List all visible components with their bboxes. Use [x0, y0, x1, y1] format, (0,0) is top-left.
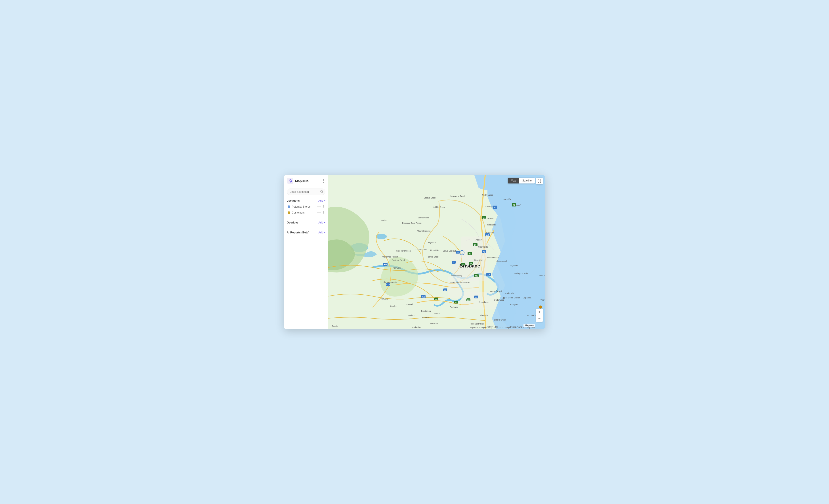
svg-text:Karalee: Karalee [390, 305, 397, 307]
svg-text:Lone Pine Koala Sanctuary: Lone Pine Koala Sanctuary [449, 281, 470, 283]
svg-text:Brisbane Airport: Brisbane Airport [487, 256, 501, 259]
svg-text:Bulwer Island: Bulwer Island [495, 260, 507, 262]
locations-add-button[interactable]: Add + [318, 199, 325, 202]
svg-text:Redbank: Redbank [450, 306, 458, 308]
svg-text:A17: A17 [386, 284, 390, 286]
svg-text:Mount Nebo: Mount Nebo [430, 249, 441, 251]
zoom-out-button[interactable]: − [536, 315, 543, 322]
search-box [287, 188, 325, 195]
svg-text:23: 23 [456, 301, 457, 303]
svg-text:Dundas: Dundas [380, 219, 387, 221]
svg-text:D'aguilar State Forest: D'aguilar State Forest [402, 222, 422, 224]
footer-terms[interactable]: Terms [511, 326, 517, 329]
svg-text:M5: M5 [475, 275, 478, 277]
svg-text:Chuwar: Chuwar [381, 298, 388, 300]
svg-text:M5: M5 [467, 299, 470, 301]
sidebar: Mapulus Locations Add + Potentia [284, 175, 328, 329]
svg-text:Upper Mount Gravatt: Upper Mount Gravatt [502, 297, 520, 299]
footer-map-data: Map Data ©2023 Google [488, 326, 510, 329]
svg-text:Wellington Point: Wellington Point [514, 272, 528, 275]
svg-text:Newstead: Newstead [474, 259, 483, 261]
svg-text:Yamanto: Yamanto [430, 322, 438, 325]
svg-text:Kobble Creek: Kobble Creek [433, 206, 445, 208]
svg-rect-11 [461, 292, 496, 310]
svg-text:Aspley: Aspley [475, 239, 482, 241]
svg-text:Springwood: Springwood [510, 303, 520, 305]
svg-rect-0 [287, 178, 293, 184]
map-type-toggle: Map Satellite [508, 178, 535, 183]
svg-text:Carindale: Carindale [505, 292, 514, 294]
svg-text:Fernvale: Fernvale [393, 267, 401, 269]
svg-text:North Lakes: North Lakes [482, 194, 493, 196]
locations-title: Locations [287, 199, 300, 202]
svg-text:22: 22 [462, 263, 464, 265]
svg-text:Booval: Booval [434, 313, 441, 315]
overlays-add-button[interactable]: Add + [318, 221, 325, 224]
map-type-map-button[interactable]: Map [508, 178, 519, 183]
svg-text:1: 1 [462, 252, 463, 254]
layer-more-icon-potential-stores[interactable] [322, 205, 325, 209]
svg-text:Highvale: Highvale [428, 241, 436, 244]
svg-text:Google: Google [332, 325, 338, 327]
svg-text:M2: M2 [435, 298, 438, 300]
logo-icon [287, 178, 293, 184]
svg-text:Underwood: Underwood [494, 299, 504, 301]
fullscreen-button[interactable] [536, 178, 543, 184]
locations-section: Locations Add + Potential Stores Custome… [284, 197, 328, 216]
footer-keyboard-shortcuts[interactable]: Keyboard shortcuts [470, 326, 487, 329]
svg-text:M1: M1 [483, 217, 486, 219]
svg-text:Chermside: Chermside [478, 246, 488, 248]
layer-label-potential-stores: Potential Stores [292, 205, 315, 208]
svg-text:M5: M5 [475, 296, 477, 298]
layer-dot-gold [288, 211, 290, 214]
svg-text:Indooroopilly: Indooroopilly [451, 275, 462, 277]
svg-text:27: 27 [513, 204, 515, 206]
svg-text:Redcliffe: Redcliffe [504, 198, 511, 201]
overlays-section: Overlays Add + [284, 219, 328, 226]
svg-text:Peel Island: Peel Island [539, 275, 545, 277]
pegman-head [539, 305, 542, 309]
layer-item-potential-stores[interactable]: Potential Stores [287, 204, 325, 210]
map-area[interactable]: Brisbane Armstrong Creek Laceys Creek No… [328, 175, 545, 329]
svg-text:Kallangur: Kallangur [485, 206, 494, 208]
svg-text:26: 26 [494, 206, 496, 209]
search-input[interactable] [287, 188, 325, 195]
svg-text:Redbank Plains: Redbank Plains [470, 323, 484, 325]
svg-text:22: 22 [457, 251, 459, 253]
svg-text:Sunnybank: Sunnybank [479, 301, 489, 303]
sidebar-logo: Mapulus [287, 178, 309, 184]
layer-dot-blue [288, 205, 290, 208]
svg-text:Calamvale: Calamvale [479, 314, 488, 317]
svg-text:Bundamba: Bundamba [421, 310, 431, 312]
svg-text:Glamorgan Vale: Glamorgan Vale [383, 281, 397, 283]
svg-text:37: 37 [444, 289, 446, 291]
footer-report[interactable]: Report a map error [518, 326, 535, 329]
svg-text:A17: A17 [384, 263, 387, 265]
zoom-in-button[interactable]: + [536, 309, 543, 315]
ai-reports-header: AI Reports (Beta) Add + [287, 231, 325, 234]
map-type-satellite-button[interactable]: Satellite [519, 178, 535, 183]
svg-text:Walloon: Walloon [408, 314, 415, 317]
svg-text:A7: A7 [487, 274, 490, 276]
svg-text:Mount Glorious: Mount Glorious [417, 230, 431, 232]
svg-text:Ipswich: Ipswich [422, 317, 429, 319]
svg-text:Mount Gravatt: Mount Gravatt [490, 290, 503, 292]
map-svg: Brisbane Armstrong Creek Laceys Creek No… [328, 175, 545, 329]
svg-text:Split Yard Creek: Split Yard Creek [396, 250, 411, 252]
layer-more-icon-customers[interactable] [322, 211, 325, 214]
svg-text:26: 26 [474, 244, 476, 246]
svg-text:Jollys Lookout: Jollys Lookout [443, 250, 456, 252]
layer-actions-customers [317, 211, 325, 214]
ai-reports-add-button[interactable]: Add + [318, 231, 325, 234]
layer-divider-2 [317, 212, 321, 213]
svg-text:Cedar Creek: Cedar Creek [416, 248, 427, 251]
ai-reports-title: AI Reports (Beta) [287, 231, 309, 234]
svg-text:A3: A3 [486, 234, 489, 236]
search-icon [320, 190, 323, 194]
svg-text:A2: A2 [422, 296, 425, 298]
layer-item-customers[interactable]: Customers [287, 210, 325, 216]
more-options-icon[interactable] [322, 178, 325, 184]
sidebar-header: Mapulus [284, 175, 328, 186]
svg-text:Brassall: Brassall [406, 303, 413, 305]
svg-line-3 [322, 192, 323, 193]
